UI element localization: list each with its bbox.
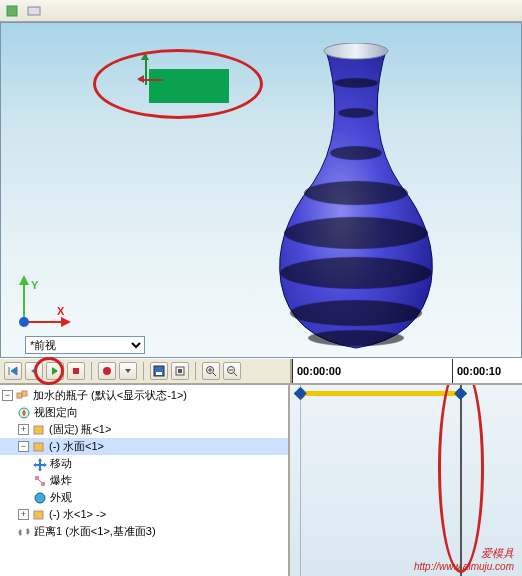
menu-icon-1[interactable] [4,3,20,19]
collapse-icon[interactable]: − [18,441,29,452]
svg-rect-29 [35,476,39,480]
time-tick-0: 00:00:00 [292,359,352,383]
step-back-button[interactable] [25,362,43,380]
svg-rect-0 [7,6,17,16]
time-tick-10: 00:00:10 [452,359,512,383]
svg-rect-14 [156,372,162,375]
zoom-out-button[interactable] [223,362,241,380]
time-ruler[interactable]: 00:00:00 00:00:10 [290,359,522,383]
assembly-icon [15,388,31,404]
svg-point-3 [334,78,378,88]
part-icon [31,507,47,523]
key-row-distance [290,385,522,402]
compass-icon [16,405,32,421]
lower-pane: − 加水的瓶子 (默认<显示状态-1>) 视图定向 + (固定) 瓶<1> − … [0,384,522,576]
record-button[interactable] [98,362,116,380]
svg-point-8 [280,257,432,289]
part-icon [31,439,47,455]
move-icon [32,456,48,472]
expand-icon[interactable]: + [18,509,29,520]
tree-item-move[interactable]: 移动 [0,455,288,472]
svg-rect-16 [178,369,182,373]
play-button[interactable] [46,362,64,380]
settings-button[interactable] [171,362,189,380]
vase-model[interactable] [271,43,441,353]
mate-icon [16,524,32,540]
svg-rect-11 [73,368,79,374]
svg-point-7 [284,217,428,249]
part-icon [31,422,47,438]
svg-line-31 [39,480,41,482]
playhead[interactable] [460,385,462,576]
explode-icon [32,473,48,489]
svg-point-4 [338,108,374,118]
tree-item-water[interactable]: + (-) 水<1> -> [0,506,288,523]
svg-line-18 [213,373,216,376]
tree-item-explode[interactable]: 爆炸 [0,472,288,489]
animation-tree[interactable]: − 加水的瓶子 (默认<显示状态-1>) 视图定向 + (固定) 瓶<1> − … [0,385,290,576]
tree-item-bottle[interactable]: + (固定) 瓶<1> [0,421,288,438]
svg-point-6 [304,181,408,205]
tree-item-view-orient[interactable]: 视图定向 [0,404,288,421]
tree-root-label: 加水的瓶子 (默认<显示状态-1>) [33,388,187,403]
svg-point-2 [324,43,388,59]
svg-rect-27 [34,426,43,434]
svg-rect-24 [17,393,22,398]
svg-rect-25 [22,391,27,396]
key-bar-yellow[interactable] [300,391,460,396]
viewport-footer: *前视 [1,333,521,357]
svg-point-9 [290,300,422,326]
svg-rect-1 [28,7,40,15]
tree-item-distance-mate[interactable]: 距离1 (水面<1>,基准面3) [0,523,288,540]
selected-face-highlight [149,69,229,103]
svg-point-12 [103,367,111,375]
appearance-icon [32,490,48,506]
skip-start-button[interactable] [4,362,22,380]
zoom-in-button[interactable] [202,362,220,380]
top-strip [0,0,522,22]
view-select[interactable]: *前视 [25,336,145,354]
expand-icon[interactable]: + [18,424,29,435]
3d-viewport[interactable]: Y X *前视 [0,22,522,358]
svg-line-22 [234,373,237,376]
svg-rect-28 [34,443,43,451]
svg-rect-33 [34,511,43,519]
stop-button[interactable] [67,362,85,380]
save-button[interactable] [150,362,168,380]
tree-item-appearance[interactable]: 外观 [0,489,288,506]
menu-icon-2[interactable] [26,3,42,19]
svg-rect-30 [41,482,45,486]
tree-item-water-surface[interactable]: − (-) 水面<1> [0,438,288,455]
keyframe-panel[interactable] [290,385,522,576]
svg-point-32 [35,493,45,503]
collapse-icon[interactable]: − [2,390,13,401]
svg-point-5 [330,146,382,160]
tree-root[interactable]: − 加水的瓶子 (默认<显示状态-1>) [0,387,288,404]
dropdown-button[interactable] [119,362,137,380]
timeline-toolbar: 00:00:00 00:00:10 [0,358,522,384]
